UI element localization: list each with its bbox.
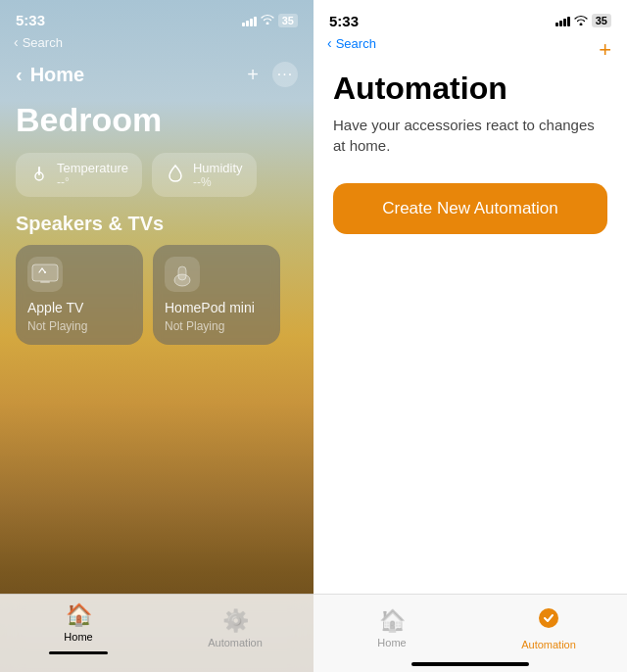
home-tab-icon-right: 🏠: [379, 608, 406, 634]
automation-subtitle: Have your accessories react to changes a…: [333, 115, 607, 156]
humidity-sensor: Humidity --%: [152, 153, 257, 197]
add-button-right[interactable]: +: [599, 37, 611, 63]
apple-tv-icon-wrap: [27, 257, 63, 292]
home-title-row: ‹ Home: [16, 64, 84, 86]
more-button-left[interactable]: ···: [272, 62, 298, 87]
temperature-sensor: Temperature --°: [16, 153, 142, 197]
apple-tv-status: Not Playing: [27, 319, 131, 333]
create-automation-button[interactable]: Create New Automation: [333, 183, 607, 234]
tab-active-bar-right: [411, 662, 529, 666]
wifi-icon-right: [574, 12, 588, 29]
status-bar-right: 5:33 35: [314, 0, 627, 33]
signal-icon-left: [242, 15, 257, 26]
tab-home-left[interactable]: 🏠 Home: [0, 595, 157, 662]
humidity-info: Humidity --%: [193, 161, 243, 189]
automation-tab-icon-right: [537, 606, 560, 636]
homepod-icon-wrap: [165, 257, 200, 292]
svg-rect-3: [40, 281, 50, 283]
automation-tab-label-right: Automation: [521, 639, 576, 650]
home-chevron: ‹: [16, 64, 23, 86]
status-icons-left: 35: [242, 14, 298, 27]
status-icons-right: 35: [555, 12, 611, 29]
tab-bar-right: 🏠 Home Automation: [314, 594, 627, 672]
tab-automation-left[interactable]: ⚙️ Automation: [157, 595, 314, 662]
homepod-name: HomePod mini: [165, 300, 268, 315]
apple-tv-name: Apple TV: [27, 300, 131, 315]
add-button-left[interactable]: +: [247, 64, 259, 86]
speakers-section-label: Speakers & TVs: [0, 213, 314, 245]
home-tab-label-right: Home: [377, 637, 406, 648]
back-nav-left[interactable]: ‹ Search: [0, 32, 314, 56]
humidity-label: Humidity: [193, 161, 243, 175]
home-header: ‹ Home + ···: [0, 56, 314, 97]
more-icon: ···: [277, 66, 293, 83]
homepod-card[interactable]: HomePod mini Not Playing: [153, 245, 280, 345]
humidity-icon: [166, 163, 185, 187]
devices-row: Apple TV Not Playing HomePod mini Not Pl…: [0, 245, 314, 345]
temperature-icon: [29, 163, 49, 187]
homepod-status: Not Playing: [165, 319, 268, 333]
back-label-left: Search: [23, 35, 63, 50]
battery-left: 35: [278, 14, 298, 27]
humidity-value: --%: [193, 175, 243, 189]
back-label-right: Search: [336, 36, 376, 51]
temperature-value: --°: [57, 175, 128, 189]
room-title-section: Bedroom: [0, 97, 314, 153]
left-content: 5:33 35: [0, 0, 314, 672]
room-title: Bedroom: [16, 101, 298, 139]
automation-tab-label-left: Automation: [208, 637, 263, 648]
status-bar-left: 5:33 35: [0, 0, 314, 32]
apple-tv-card[interactable]: Apple TV Not Playing: [16, 245, 143, 345]
battery-right: 35: [592, 14, 611, 27]
apple-tv-icon: [31, 264, 59, 285]
wifi-icon-left: [261, 14, 274, 27]
status-time-left: 5:33: [16, 12, 45, 28]
tab-automation-right[interactable]: Automation: [470, 595, 627, 662]
svg-point-4: [44, 271, 46, 273]
home-actions: + ···: [247, 62, 298, 87]
back-nav-right[interactable]: ‹ Search: [314, 33, 627, 57]
automation-title: Automation: [333, 71, 607, 107]
home-tab-indicator-left: [49, 651, 108, 654]
signal-icon-right: [555, 15, 570, 26]
status-time-right: 5:33: [329, 13, 359, 29]
home-label: Home: [30, 64, 85, 86]
back-chevron-right: ‹: [327, 35, 332, 51]
temperature-info: Temperature --°: [57, 161, 128, 189]
svg-point-7: [539, 608, 558, 628]
right-panel: 5:33 35 + ‹ Search: [314, 0, 627, 672]
automation-tab-icon-left: ⚙️: [222, 608, 249, 634]
home-tab-icon-left: 🏠: [66, 602, 92, 628]
left-panel: 5:33 35: [0, 0, 314, 672]
svg-rect-6: [178, 266, 186, 280]
home-tab-label-left: Home: [64, 631, 92, 643]
automation-content: Automation Have your accessories react t…: [314, 57, 627, 594]
tab-home-right[interactable]: 🏠 Home: [314, 595, 470, 662]
temperature-label: Temperature: [57, 161, 128, 175]
svg-rect-1: [38, 167, 40, 175]
back-chevron-left: ‹: [14, 34, 19, 50]
homepod-icon: [172, 261, 192, 288]
sensors-row: Temperature --° Humidity --%: [0, 153, 314, 213]
tab-bar-left: 🏠 Home ⚙️ Automation: [0, 594, 314, 672]
